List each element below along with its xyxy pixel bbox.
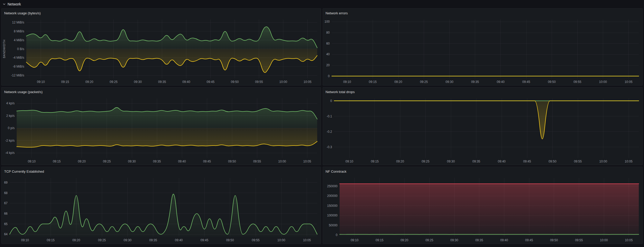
chart-canvas[interactable]: 09:1009:1509:2009:2509:3009:3509:4009:45…	[323, 96, 642, 165]
plot-area[interactable]: 09:1009:1509:2009:2509:3009:3509:4009:45…	[2, 176, 321, 244]
svg-text:10:00: 10:00	[278, 160, 286, 163]
panel-tcp-currently-established: TCP Currently Established 09:1009:1509:2…	[1, 167, 321, 244]
svg-text:09:15: 09:15	[369, 80, 377, 84]
svg-text:09:35: 09:35	[472, 160, 480, 163]
svg-text:09:20: 09:20	[394, 80, 402, 84]
svg-text:09:45: 09:45	[200, 238, 208, 242]
svg-text:20: 20	[326, 63, 330, 67]
panel-title: Network usage (bytes/s)	[4, 11, 41, 15]
svg-text:09:15: 09:15	[53, 160, 61, 163]
panel-header[interactable]: Network total drops	[323, 87, 642, 96]
row-header-network[interactable]: Network	[0, 0, 644, 8]
svg-text:09:10: 09:10	[351, 238, 358, 242]
panel-header[interactable]: NF Conntrack	[323, 167, 642, 176]
svg-text:09:50: 09:50	[226, 238, 234, 242]
svg-text:-0.3: -0.3	[327, 145, 332, 149]
panel-network-usage-bytes: Network usage (bytes/s) BANDWIDTH 09:100…	[1, 8, 321, 86]
svg-text:09:20: 09:20	[72, 238, 80, 242]
svg-text:12 MiB/s: 12 MiB/s	[12, 21, 24, 24]
chart-canvas[interactable]: 09:1009:1509:2009:2509:3009:3509:4009:45…	[2, 96, 321, 165]
svg-text:10:00: 10:00	[599, 160, 607, 163]
svg-text:09:20: 09:20	[85, 80, 93, 84]
svg-text:80: 80	[326, 31, 330, 34]
svg-text:-12 MiB/s: -12 MiB/s	[11, 74, 24, 77]
chart-canvas[interactable]: 09:1009:1509:2009:2509:3009:3509:4009:45…	[2, 176, 321, 244]
svg-text:09:50: 09:50	[550, 238, 558, 242]
svg-text:4 MiB/s: 4 MiB/s	[14, 38, 24, 42]
svg-text:09:10: 09:10	[28, 160, 36, 163]
plot-area[interactable]: BANDWIDTH 09:1009:1509:2009:2509:3009:35…	[2, 17, 321, 85]
svg-text:09:25: 09:25	[422, 160, 430, 163]
svg-text:-2 kp/s: -2 kp/s	[5, 139, 15, 142]
svg-text:09:15: 09:15	[371, 160, 379, 163]
svg-text:09:40: 09:40	[182, 80, 190, 84]
svg-text:150000: 150000	[327, 204, 338, 208]
panel-header[interactable]: Network usage (packet/s)	[2, 87, 321, 96]
plot-area[interactable]: 09:1009:1509:2009:2509:3009:3509:4009:45…	[323, 176, 642, 244]
svg-text:0: 0	[328, 74, 330, 78]
svg-text:100000: 100000	[327, 214, 338, 217]
svg-text:09:10: 09:10	[345, 160, 353, 163]
svg-text:09:10: 09:10	[343, 80, 351, 84]
svg-text:09:20: 09:20	[401, 238, 408, 242]
svg-text:09:55: 09:55	[252, 238, 260, 242]
svg-text:09:40: 09:40	[500, 238, 508, 242]
svg-text:60: 60	[326, 42, 330, 45]
chart-canvas[interactable]: 09:1009:1509:2009:2509:3009:3509:4009:45…	[323, 17, 642, 85]
svg-text:09:45: 09:45	[525, 238, 533, 242]
svg-text:09:50: 09:50	[231, 80, 239, 84]
svg-text:10:05: 10:05	[303, 160, 311, 163]
svg-text:-8 MiB/s: -8 MiB/s	[13, 65, 24, 68]
panel-title: Network usage (packet/s)	[4, 90, 42, 94]
svg-text:09:40: 09:40	[178, 160, 186, 163]
svg-text:09:35: 09:35	[475, 238, 483, 242]
svg-text:10:00: 10:00	[600, 238, 608, 242]
svg-text:40: 40	[326, 52, 330, 56]
svg-text:10:00: 10:00	[277, 238, 285, 242]
svg-text:09:55: 09:55	[573, 80, 581, 84]
svg-text:09:10: 09:10	[21, 238, 29, 242]
plot-area[interactable]: 09:1009:1509:2009:2509:3009:3509:4009:45…	[2, 96, 321, 165]
svg-text:0: 0	[330, 99, 332, 103]
svg-text:09:55: 09:55	[575, 238, 583, 242]
svg-text:100: 100	[324, 20, 330, 23]
panel-header[interactable]: TCP Currently Established	[2, 167, 321, 176]
svg-text:09:25: 09:25	[103, 160, 111, 163]
chart-canvas[interactable]: 09:1009:1509:2009:2509:3009:3509:4009:45…	[323, 176, 642, 244]
svg-text:09:40: 09:40	[175, 238, 183, 242]
plot-area[interactable]: 09:1009:1509:2009:2509:3009:3509:4009:45…	[323, 96, 642, 165]
svg-text:10:00: 10:00	[599, 80, 607, 84]
svg-text:09:55: 09:55	[574, 160, 582, 163]
svg-text:09:30: 09:30	[450, 238, 458, 242]
svg-text:09:35: 09:35	[149, 238, 157, 242]
panel-header[interactable]: Network usage (bytes/s)	[2, 9, 321, 17]
svg-text:09:30: 09:30	[124, 238, 131, 242]
svg-text:09:40: 09:40	[498, 160, 506, 163]
svg-text:09:45: 09:45	[203, 160, 211, 163]
svg-text:09:20: 09:20	[78, 160, 86, 163]
panel-header[interactable]: Network errors	[323, 9, 642, 17]
svg-text:09:45: 09:45	[207, 80, 214, 84]
svg-text:09:15: 09:15	[376, 238, 383, 242]
dashboard-grid: Network usage (bytes/s) BANDWIDTH 09:100…	[0, 8, 644, 244]
svg-text:09:30: 09:30	[134, 80, 142, 84]
plot-area[interactable]: 09:1009:1509:2009:2509:3009:3509:4009:45…	[323, 17, 642, 85]
svg-text:09:40: 09:40	[497, 80, 505, 84]
svg-text:09:10: 09:10	[37, 80, 45, 84]
svg-text:09:50: 09:50	[549, 160, 556, 163]
svg-text:09:50: 09:50	[228, 160, 236, 163]
svg-text:09:15: 09:15	[61, 80, 69, 84]
svg-text:-0.1: -0.1	[327, 115, 332, 118]
svg-text:09:35: 09:35	[158, 80, 166, 84]
svg-text:67: 67	[4, 201, 8, 205]
chart-canvas[interactable]: 09:1009:1509:2009:2509:3009:3509:4009:45…	[2, 17, 321, 85]
svg-text:09:35: 09:35	[153, 160, 161, 163]
svg-text:0: 0	[336, 233, 338, 237]
svg-text:09:55: 09:55	[255, 80, 263, 84]
svg-text:0 B/s: 0 B/s	[17, 47, 24, 51]
svg-text:65: 65	[4, 222, 8, 226]
svg-text:4 kp/s: 4 kp/s	[6, 101, 15, 105]
svg-text:10:05: 10:05	[304, 80, 311, 84]
svg-text:69: 69	[4, 181, 8, 184]
svg-text:09:45: 09:45	[522, 80, 530, 84]
